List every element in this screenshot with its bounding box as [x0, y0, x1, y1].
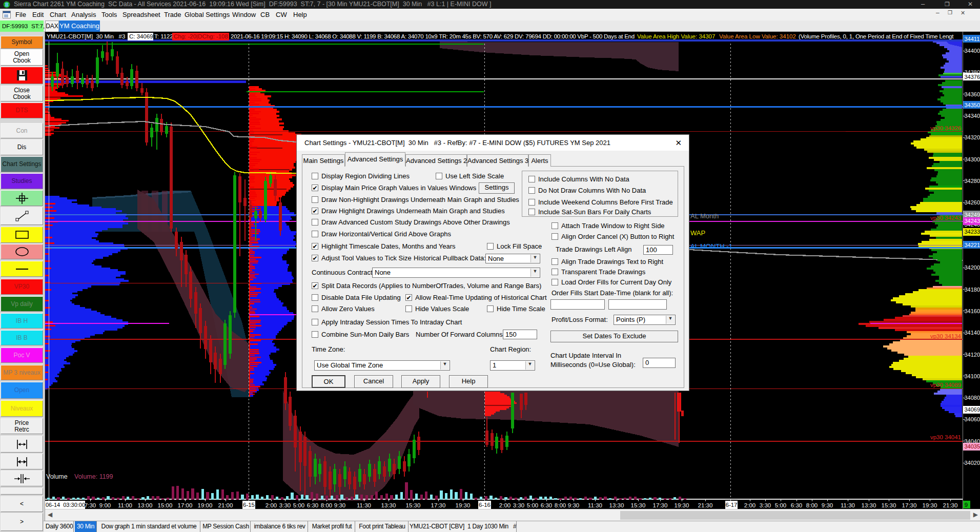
svg-text:6:30: 6:30 — [541, 502, 552, 508]
svg-text:13:00: 13:00 — [138, 502, 153, 508]
svg-text:34160: 34160 — [965, 308, 980, 314]
svg-text:34411: 34411 — [965, 36, 980, 42]
svg-text:15:30: 15:30 — [406, 502, 421, 508]
svg-text:AL Month: AL Month — [690, 212, 719, 220]
svg-text:vp30 34134: vp30 34134 — [930, 333, 962, 339]
svg-text:7:30: 7:30 — [85, 502, 96, 508]
svg-text:6-15: 6-15 — [243, 502, 255, 508]
svg-text:34069: 34069 — [965, 406, 980, 413]
svg-text:AL MONTH -1: AL MONTH -1 — [690, 242, 732, 250]
svg-text:34180: 34180 — [965, 287, 980, 293]
svg-text:34300: 34300 — [965, 156, 980, 162]
svg-text:Volume: Volume — [46, 473, 68, 480]
svg-text:YMU21-CBOT[M] 30 Min #3: YMU21-CBOT[M] 30 Min #3 — [47, 33, 125, 39]
svg-text:5:00: 5:00 — [293, 502, 304, 508]
svg-text:34376: 34376 — [965, 74, 980, 80]
svg-text:T: 1122: T: 1122 — [154, 33, 173, 39]
svg-text:17:30: 17:30 — [653, 502, 668, 508]
svg-text:19:30: 19:30 — [923, 502, 937, 508]
svg-text:vp30 34089: vp30 34089 — [930, 382, 961, 388]
svg-text:34249: 34249 — [965, 212, 980, 218]
svg-text:34243: 34243 — [965, 218, 980, 224]
svg-text:34221: 34221 — [965, 242, 980, 248]
svg-text:6:30: 6:30 — [791, 502, 802, 508]
svg-text:Value Area High Value: 34307: Value Area High Value: 34307 — [637, 33, 715, 39]
svg-text:Chg: -20|DChg: -108: Chg: -20|DChg: -108 — [174, 33, 228, 39]
svg-text:9:00: 9:00 — [99, 502, 111, 508]
svg-text:Volume: 1199: Volume: 1199 — [74, 473, 113, 480]
svg-text:17:30: 17:30 — [902, 502, 917, 508]
svg-text:6:30: 6:30 — [307, 502, 318, 508]
svg-text:34035: 34035 — [965, 443, 980, 449]
svg-text:34320: 34320 — [965, 134, 980, 140]
svg-text:34200: 34200 — [965, 264, 980, 271]
svg-text:34360: 34360 — [965, 91, 980, 97]
svg-text:13:30: 13:30 — [609, 502, 624, 508]
svg-text:9:30: 9:30 — [334, 502, 345, 508]
svg-text:9: 9 — [965, 502, 968, 508]
svg-text:19:30: 19:30 — [456, 502, 471, 508]
svg-text:3:30: 3:30 — [760, 502, 771, 508]
svg-text:5:00: 5:00 — [775, 502, 786, 508]
svg-text:2021-06-16 19:09:15 H: 34090 L: 2021-06-16 19:09:15 H: 34090 L: 34068 O:… — [231, 33, 635, 39]
svg-text:(Volume Profiles, 0, 1, One Pe: (Volume Profiles, 0, 1, One Period at En… — [799, 33, 954, 39]
svg-text:34060: 34060 — [965, 416, 980, 422]
svg-text:2:00: 2:00 — [266, 502, 277, 508]
svg-text:9:30: 9:30 — [822, 502, 833, 508]
svg-text:Value Area Low Value: 34102: Value Area Low Value: 34102 — [719, 33, 796, 39]
svg-text:3:30: 3:30 — [279, 502, 291, 508]
svg-text:34400: 34400 — [965, 48, 980, 54]
svg-text:11:30: 11:30 — [841, 502, 855, 508]
svg-text:vp30 34041: vp30 34041 — [930, 434, 961, 440]
svg-text:11:30: 11:30 — [357, 502, 371, 508]
svg-text:WAP: WAP — [690, 229, 705, 237]
svg-text:15:00: 15:00 — [158, 502, 173, 508]
svg-text:21:30: 21:30 — [943, 502, 958, 508]
svg-text:34340: 34340 — [965, 113, 980, 119]
svg-text:vp30 34243: vp30 34243 — [930, 215, 961, 221]
svg-text:06-14 03:30:00: 06-14 03:30:00 — [46, 502, 85, 508]
svg-text:17:00: 17:00 — [178, 502, 193, 508]
svg-text:34080: 34080 — [965, 395, 980, 401]
svg-text:11:30: 11:30 — [588, 502, 602, 508]
svg-text:8:00: 8:00 — [806, 502, 818, 508]
svg-text:34233: 34233 — [965, 229, 980, 235]
svg-text:21:00: 21:00 — [218, 502, 233, 508]
svg-text:11:00: 11:00 — [118, 502, 132, 508]
svg-text:21:30: 21:30 — [698, 502, 713, 508]
svg-text:2:00: 2:00 — [499, 502, 511, 508]
svg-text:17:30: 17:30 — [431, 502, 446, 508]
svg-text:19:30: 19:30 — [675, 502, 689, 508]
svg-text:34100: 34100 — [965, 373, 980, 379]
svg-text:13:30: 13:30 — [381, 502, 396, 508]
svg-text:34120: 34120 — [965, 352, 980, 358]
svg-text:13:30: 13:30 — [862, 502, 876, 508]
svg-text:8:00: 8:00 — [321, 502, 332, 508]
svg-text:34260: 34260 — [965, 199, 980, 206]
svg-text:C: 34069: C: 34069 — [129, 33, 153, 39]
svg-text:34280: 34280 — [965, 178, 980, 184]
svg-text:2:00: 2:00 — [744, 502, 756, 508]
svg-text:6-16: 6-16 — [479, 502, 491, 508]
svg-text:5:00: 5:00 — [527, 502, 538, 508]
svg-text:19:00: 19:00 — [198, 502, 213, 508]
svg-text:34140: 34140 — [965, 330, 980, 336]
svg-text:34350: 34350 — [965, 102, 980, 108]
svg-text:vp30 34326: vp30 34326 — [930, 125, 961, 131]
svg-text:6-17: 6-17 — [725, 502, 737, 508]
svg-text:15:30: 15:30 — [882, 502, 896, 508]
svg-text:8:00: 8:00 — [555, 502, 566, 508]
svg-text:15:30: 15:30 — [631, 502, 646, 508]
svg-text:3:30: 3:30 — [513, 502, 524, 508]
svg-text:34020: 34020 — [965, 460, 980, 466]
svg-text:9:30: 9:30 — [568, 502, 579, 508]
